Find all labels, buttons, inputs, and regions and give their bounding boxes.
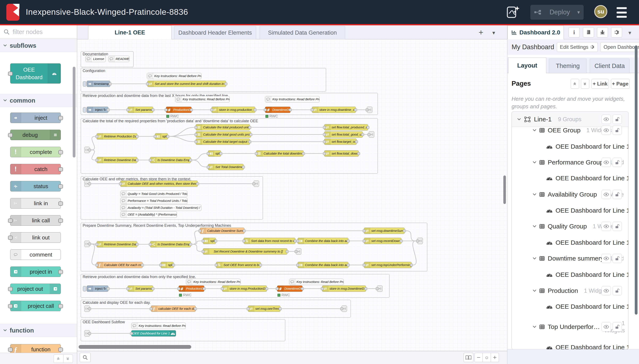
info-tab-button[interactable]: i (569, 27, 580, 37)
input-port[interactable] (296, 264, 299, 266)
flow-node-change[interactable]: ⇄Set params (128, 286, 153, 292)
deploy-button[interactable]: Deploy ▾ (530, 5, 584, 20)
output-port[interactable] (166, 135, 169, 138)
visibility-button[interactable] (602, 190, 611, 199)
palette-category-function[interactable]: function (0, 324, 77, 337)
zoom-reset-button[interactable]: ○ (483, 353, 491, 362)
flow-node-change[interactable]: ⇄set msg.downtimeSummery (364, 228, 405, 234)
input-port[interactable] (130, 332, 133, 335)
comment-node[interactable]: Key Instructions: Read Before Proceeding (175, 96, 230, 102)
flow-tab-1[interactable]: Line-1 OEE (88, 25, 172, 40)
lock-button[interactable] (612, 286, 622, 296)
palette-scrollbar[interactable] (73, 67, 76, 158)
output-port[interactable] (347, 264, 350, 266)
output-port[interactable] (189, 159, 192, 162)
open-dashboard-button[interactable]: Open Dashboard (600, 42, 639, 52)
flow-node-split[interactable]: split (208, 150, 221, 157)
visibility-button[interactable] (602, 254, 611, 263)
output-port[interactable] (203, 287, 206, 290)
flow-node-change[interactable]: ⇄store in msg.production_data (211, 106, 255, 113)
comment-node[interactable]: License (85, 56, 106, 62)
flow-node-sort[interactable]: ⇅Sort OEE from worst to best (216, 262, 261, 268)
output-port[interactable] (301, 287, 304, 290)
output-port[interactable] (88, 332, 91, 335)
flow-node-split[interactable]: split (203, 238, 216, 244)
deploy-caret-icon[interactable]: ▾ (577, 9, 580, 15)
output-port[interactable] (289, 108, 292, 111)
comment-node[interactable]: Key Instructions: Read Before Proceeding (265, 96, 320, 102)
add-flow-button[interactable]: + (479, 28, 483, 37)
output-port[interactable] (410, 264, 413, 266)
input-port[interactable] (165, 108, 168, 111)
zoom-in-button[interactable]: + (491, 353, 499, 362)
expand-all-button[interactable]: » (581, 79, 589, 89)
input-port[interactable] (146, 82, 149, 85)
lock-button[interactable] (612, 322, 622, 332)
input-port[interactable] (159, 264, 162, 266)
palette-filter[interactable]: filter nodes (0, 25, 77, 39)
output-port[interactable] (189, 243, 192, 246)
canvas-horizontal-scrollbar[interactable] (79, 345, 191, 349)
flow-node-join[interactable]: Combine the data back into an array. (297, 262, 349, 268)
flow-node-change[interactable]: ⇄Set Total Downtime to 0 (208, 164, 244, 170)
palette-node-project-call[interactable]: project call (10, 301, 61, 311)
inject-button[interactable] (83, 286, 86, 291)
input-port[interactable] (252, 182, 255, 185)
output-port[interactable] (253, 108, 256, 111)
input-port[interactable] (207, 166, 210, 168)
flow-node-inject[interactable]: inject ↻ (87, 286, 108, 292)
tree-widget-row[interactable]: OEE Dashboard for Line 1 (512, 269, 628, 280)
flow-tab-3[interactable]: Simulated Data Generation (260, 26, 345, 39)
lock-button[interactable] (612, 126, 622, 135)
comment-node[interactable]: OEE = (Availability) * (Performance) * (… (120, 211, 177, 218)
output-port[interactable] (109, 82, 112, 85)
output-port[interactable] (364, 287, 367, 290)
flow-node-linkout[interactable] (296, 248, 301, 255)
output-port[interactable] (248, 126, 251, 129)
output-port[interactable] (88, 149, 91, 152)
input-port[interactable] (221, 287, 224, 290)
input-port[interactable] (126, 287, 129, 290)
flow-node-change[interactable]: ⇄Retrieve Production Data (97, 133, 137, 140)
input-port[interactable] (323, 133, 326, 136)
output-port[interactable] (355, 140, 358, 143)
flow-node-change[interactable]: ⇄store in msg.DowntimeData (322, 286, 366, 292)
flow-node-change[interactable]: ⇄set flow.target_output (324, 138, 357, 145)
output-port[interactable] (172, 264, 175, 266)
palette-node-link-in[interactable]: link in (10, 198, 61, 208)
flow-node-calc[interactable]: Calculate the total downtime duration (256, 150, 304, 157)
output-port[interactable] (88, 242, 91, 245)
tree-widget-row[interactable]: OEE Dashboard for Line 1 (512, 237, 628, 248)
input-port[interactable] (119, 182, 122, 185)
flow-node-subflow[interactable]: OEE Dashboard for Line 1 (131, 330, 176, 336)
palette-expand-all-button[interactable]: » (63, 354, 73, 363)
palette-node-status[interactable]: status (10, 181, 61, 192)
flow-list-button[interactable]: ▾ (492, 30, 495, 36)
tree-widget-row[interactable]: OEE Dashboard for Line 1 (512, 204, 628, 216)
palette-node-debug[interactable]: debug (10, 130, 61, 140)
visibility-button[interactable] (602, 222, 611, 231)
input-port[interactable] (323, 126, 326, 129)
flow-node-change[interactable]: ⇄store in msg.ProductionData (222, 286, 267, 292)
flow-node-calc[interactable]: Calculate the total produced units today (196, 124, 250, 130)
output-port[interactable] (265, 287, 268, 290)
palette-collapse-all-button[interactable]: « (54, 354, 63, 363)
visibility-button[interactable] (602, 286, 611, 296)
input-port[interactable] (126, 108, 129, 111)
output-port[interactable] (196, 182, 199, 185)
flow-node-switch[interactable]: Is Downtime Data Empty? (150, 241, 191, 248)
output-port[interactable] (249, 133, 252, 136)
input-port[interactable] (215, 264, 218, 266)
input-port[interactable] (368, 133, 371, 136)
search-flows-button[interactable] (80, 353, 91, 362)
comment-node[interactable]: Quality = Total Good Units Produced / To… (120, 191, 187, 197)
flow-node-change[interactable]: ⇄set msg.oeeTrend (248, 306, 280, 312)
flow-node-func[interactable]: ƒcalculate OEE for each day (151, 306, 196, 312)
tree-widget-row[interactable]: OEE Dashboard for Line 1 (512, 172, 628, 184)
debug-tab-button[interactable] (597, 27, 608, 37)
output-port[interactable] (400, 240, 403, 242)
input-port[interactable] (323, 140, 326, 143)
add-link-button[interactable]: + Link (591, 79, 609, 89)
tab-theming[interactable]: Theming (549, 59, 587, 73)
lock-button[interactable] (612, 115, 622, 124)
